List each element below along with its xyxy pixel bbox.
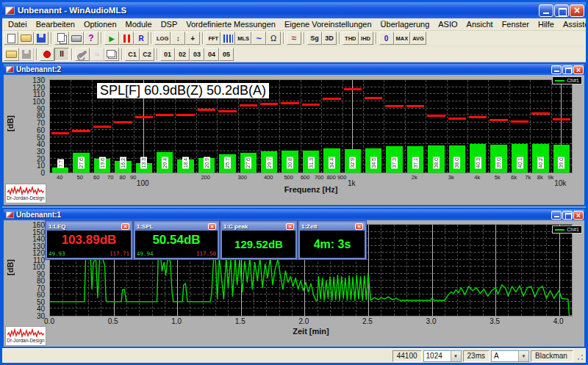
menu-item-assistenten[interactable]: Assistenten — [559, 19, 588, 29]
y-tick-label: 80 — [4, 112, 45, 120]
max-button[interactable]: MAX — [394, 32, 411, 45]
3d-button[interactable]: 3D — [322, 32, 337, 45]
fft-size-combo[interactable]: 1024 ▼ — [423, 350, 462, 362]
open-button[interactable] — [18, 32, 34, 45]
close-icon[interactable]: × — [208, 223, 216, 230]
waveform-button[interactable]: ~ — [251, 32, 266, 45]
print-button[interactable] — [69, 32, 84, 45]
play-button[interactable]: ▶ — [104, 32, 119, 45]
close-icon[interactable]: × — [286, 223, 294, 230]
menu-item-eigene-voreinstellungen[interactable]: Eigene Voreinstellungen — [280, 19, 376, 29]
menu-item-hilfe[interactable]: Hilfe — [534, 19, 559, 29]
close-button[interactable] — [570, 4, 584, 17]
titlebar[interactable]: Unbenannt - WinAudioMLS — [2, 2, 586, 18]
gridline-v — [321, 80, 322, 173]
close-icon[interactable]: × — [355, 223, 363, 230]
thd-button[interactable]: THD — [343, 32, 358, 45]
time-window-titlebar[interactable]: Unbenannt:1 — [4, 209, 584, 220]
meter-value: 50.54dB — [137, 231, 216, 250]
ihd-button[interactable]: IHD — [359, 32, 373, 45]
3d-button-label: 3D — [325, 35, 334, 42]
chevron-down-icon[interactable]: ▼ — [451, 351, 461, 361]
meter-titlebar[interactable]: 1:C peak× — [222, 223, 295, 231]
menu-item-ansicht[interactable]: Ansicht — [462, 19, 498, 29]
menu-item--berlagerung[interactable]: Überlagerung — [376, 19, 434, 29]
print-icon — [71, 35, 82, 42]
close-button[interactable] — [573, 211, 584, 220]
log-scale-button[interactable]: LOG — [154, 32, 171, 45]
spectrum-plot-area[interactable]: SPL[F] 60.9dB(Z) 50.2dB(A) 7.727.619.616… — [49, 79, 573, 173]
c2-button[interactable]: C2 — [140, 48, 154, 61]
copy-button[interactable] — [54, 32, 69, 45]
preset-05-button[interactable]: 05 — [219, 48, 234, 61]
peak-hold-marker — [302, 104, 320, 106]
impedance-button[interactable]: Ω — [266, 32, 281, 45]
meter-titlebar[interactable]: 1:Zeit× — [300, 223, 365, 231]
preset-01-button[interactable]: 01 — [160, 48, 175, 61]
y-tick-label: 110 — [4, 256, 45, 264]
scope-button[interactable]: ≈ — [287, 32, 301, 45]
preset-02-button[interactable]: 02 — [175, 48, 190, 61]
zero-button[interactable]: 0 — [379, 32, 394, 45]
menu-item-fenster[interactable]: Fenster — [498, 19, 534, 29]
fft-button[interactable]: FFT — [206, 32, 220, 45]
preset-04-button[interactable]: 04 — [204, 48, 219, 61]
menu-item-dsp[interactable]: DSP — [157, 19, 182, 29]
meter-box-1-leq[interactable]: 1:LEQ×103.89dB49.93117.71 — [46, 221, 132, 259]
spectrum-bars-button[interactable] — [220, 32, 235, 45]
chevron-down-icon[interactable]: ▼ — [518, 351, 528, 361]
maximize-button[interactable] — [554, 4, 569, 17]
spectrum-window-titlebar[interactable]: Unbenannt:2 — [4, 64, 584, 75]
pan-button[interactable]: + — [185, 32, 200, 45]
minimize-button[interactable] — [551, 65, 562, 74]
maximize-button[interactable] — [562, 65, 573, 74]
menu-item-optionen[interactable]: Optionen — [79, 19, 121, 29]
save-button[interactable] — [34, 32, 49, 45]
minimize-button[interactable] — [539, 4, 553, 17]
menu-item-module[interactable]: Module — [121, 19, 157, 29]
meter-titlebar[interactable]: 1:SPL× — [135, 223, 218, 231]
meter-title: 1:Zeit — [301, 223, 317, 230]
pause-button[interactable] — [119, 32, 134, 45]
mls-button[interactable]: MLS — [235, 32, 251, 45]
window-title: Unbenannt - WinAudioMLS — [18, 6, 538, 15]
window-layout-button[interactable] — [104, 48, 119, 61]
menu-item-vordefinierte-messungen[interactable]: Vordefinierte Messungen — [182, 19, 280, 29]
close-button[interactable] — [573, 65, 584, 74]
minimize-button[interactable] — [551, 211, 562, 220]
bar-value-label: 27.6 — [78, 157, 85, 169]
bar-value-label: 40.1 — [517, 157, 523, 169]
logo-text: Dr-Jordan-Design — [6, 196, 46, 200]
document-icon — [6, 212, 14, 218]
menu-item-datei[interactable]: Datei — [4, 19, 32, 29]
r-button[interactable]: R — [134, 32, 148, 45]
menu-item-bearbeiten[interactable]: Bearbeiten — [32, 19, 79, 29]
pause-recording-button[interactable]: II — [54, 48, 69, 61]
meter-titlebar[interactable]: 1:LEQ× — [47, 223, 131, 231]
help-button[interactable]: ? — [84, 32, 98, 45]
meter-title: 1:SPL — [137, 223, 154, 230]
peak-hold-marker — [490, 119, 507, 121]
settings-button[interactable] — [75, 48, 90, 61]
resize-grip[interactable] — [575, 352, 584, 361]
meter-box-1-c-peak[interactable]: 1:C peak×129.52dB — [220, 221, 297, 259]
pan-button-label: + — [190, 35, 195, 43]
meter-min-value: 49.94 — [137, 250, 154, 257]
meter-box-1-spl[interactable]: 1:SPL×50.54dB49.94117.50 — [134, 221, 219, 259]
menu-item-asio[interactable]: ASIO — [434, 19, 462, 29]
preset-03-button[interactable]: 03 — [190, 48, 204, 61]
close-icon[interactable]: × — [121, 223, 129, 230]
vertical-zoom-button[interactable]: ↕ — [171, 32, 185, 45]
toolbar-separator — [36, 48, 37, 60]
peak-hold-marker — [281, 102, 298, 104]
avg-button[interactable]: AVG — [410, 32, 426, 45]
meter-box-1-zeit[interactable]: 1:Zeit×4m: 3s — [298, 221, 366, 259]
maximize-button[interactable] — [562, 211, 573, 220]
weighting-combo[interactable]: A ▼ — [491, 350, 529, 362]
c1-button[interactable]: C1 — [125, 48, 140, 61]
signal-generator-button[interactable]: Sg — [307, 32, 322, 45]
open-file-button[interactable] — [4, 48, 19, 61]
x-tick-label: 200 — [193, 174, 218, 181]
record-button[interactable] — [40, 48, 54, 61]
new-button[interactable] — [4, 32, 18, 45]
